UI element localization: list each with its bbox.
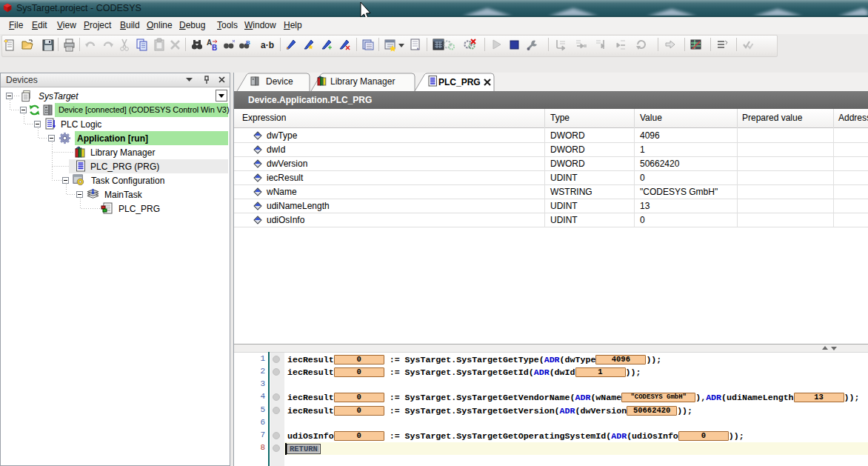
svg-text:a·b: a·b: [261, 40, 274, 50]
svg-text:B: B: [212, 44, 217, 52]
svg-text:B: B: [246, 39, 250, 46]
